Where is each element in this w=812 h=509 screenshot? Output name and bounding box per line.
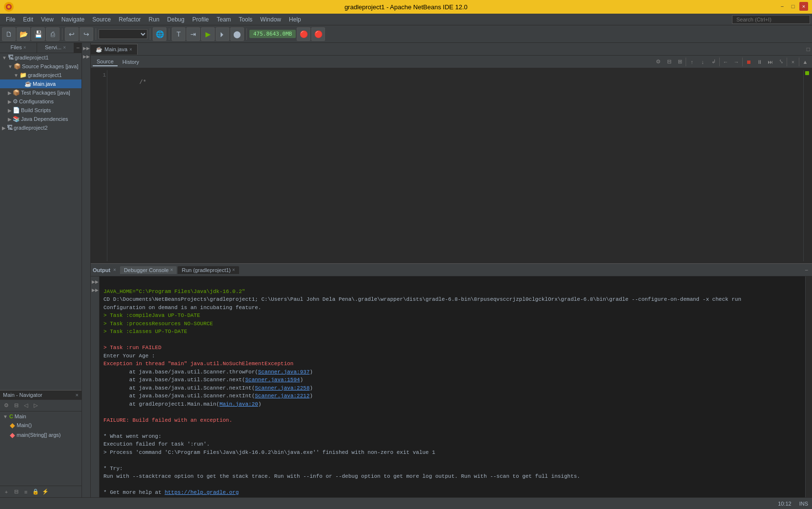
nav-item-constructor[interactable]: ◆ Main() xyxy=(1,420,81,430)
output-tab-run-close[interactable]: × xyxy=(232,267,235,273)
close-button[interactable]: × xyxy=(799,2,808,11)
editor-tab-main-java[interactable]: ☕ Main.java × xyxy=(91,44,138,55)
tree-gradleproject1[interactable]: ▼ 🏗 gradleproject1 xyxy=(0,53,81,62)
out-icon-run[interactable]: ▶▶ xyxy=(92,278,99,285)
sidebar-minimize-btn[interactable]: − xyxy=(74,43,81,53)
nav-item-main-method[interactable]: ◆ main(String[] args) xyxy=(1,430,81,440)
menu-source[interactable]: Source xyxy=(88,15,115,24)
et-icon1[interactable]: ⚙ xyxy=(653,57,663,67)
tree-gradleproject2[interactable]: ▶ 🏗 gradleproject2 xyxy=(0,123,81,132)
undo-btn[interactable]: ↩ xyxy=(65,27,79,41)
et-icon2[interactable]: ⊟ xyxy=(664,57,674,67)
tree-main-java[interactable]: ▶ ☕ Main.java xyxy=(0,79,81,88)
menu-file[interactable]: File xyxy=(2,15,19,24)
tree-build-scripts[interactable]: ▶ 📄 Build Scripts xyxy=(0,106,81,115)
menu-refactor[interactable]: Refactor xyxy=(115,15,144,24)
link-scanner1[interactable]: Scanner.java:937 xyxy=(258,369,310,375)
run-btn[interactable]: ▶ xyxy=(201,27,215,41)
nav-btn4[interactable]: ▷ xyxy=(31,401,40,410)
link-gradle-help[interactable]: https://help.gradle.org xyxy=(164,489,239,495)
et-close-icon[interactable]: × xyxy=(788,57,798,67)
tree-configurations[interactable]: ▶ ⚙ Configurations xyxy=(0,97,81,106)
strip-icon1[interactable]: ▶▶ xyxy=(83,45,90,52)
tree-java-dependencies[interactable]: ▶ 📚 Java Dependencies xyxy=(0,115,81,123)
et-icon4[interactable]: ↑ xyxy=(687,57,697,67)
config-dropdown[interactable] xyxy=(99,29,147,39)
et-maximize-icon[interactable]: ▲ xyxy=(800,57,810,67)
nav-bottom-btn4[interactable]: 🔒 xyxy=(31,488,40,496)
et-icon11[interactable]: ⤥ xyxy=(776,57,786,67)
et-icon8[interactable]: → xyxy=(731,57,741,67)
nav-item-main-class[interactable]: ▼ C Main xyxy=(1,412,81,420)
toolbar-btn2[interactable]: ⇥ xyxy=(186,27,200,41)
code-content[interactable]: /* xyxy=(107,70,803,261)
toolbar-btn1[interactable]: T xyxy=(172,27,185,41)
nav-btn2[interactable]: ⊟ xyxy=(12,401,20,410)
save-all-btn[interactable]: ⎙ xyxy=(46,27,60,41)
debug-btn[interactable]: ⬤ xyxy=(230,27,244,41)
link-scanner3[interactable]: Scanner.java:2258 xyxy=(255,385,309,391)
link-scanner4[interactable]: Scanner.java:2212 xyxy=(255,393,309,399)
nav-bottom-btn2[interactable]: ⊟ xyxy=(12,488,20,496)
et-icon6[interactable]: ↲ xyxy=(709,57,718,67)
source-btn[interactable]: Source xyxy=(93,58,118,66)
menu-run[interactable]: Run xyxy=(145,15,163,24)
profile-btn[interactable]: 🔴 xyxy=(311,27,325,41)
tab-files-close[interactable]: × xyxy=(23,45,26,50)
nav-bottom-btn1[interactable]: + xyxy=(2,488,11,496)
et-icon9[interactable]: ⏸ xyxy=(754,57,764,67)
menu-view[interactable]: View xyxy=(37,15,58,24)
menu-team[interactable]: Team xyxy=(213,15,235,24)
editor-content[interactable]: 1 /* xyxy=(91,68,812,263)
menu-help[interactable]: Help xyxy=(285,15,305,24)
menu-debug[interactable]: Debug xyxy=(163,15,188,24)
toolbar-btn3[interactable]: ⏵ xyxy=(216,27,229,41)
maximize-button[interactable]: □ xyxy=(789,2,797,11)
menu-profile[interactable]: Profile xyxy=(188,15,213,24)
save-btn[interactable]: 💾 xyxy=(31,27,45,41)
output-tab-debugger[interactable]: Debugger Console × xyxy=(120,266,177,274)
nav-btn3[interactable]: ◁ xyxy=(21,401,30,410)
menu-navigate[interactable]: Navigate xyxy=(58,15,88,24)
tree-gradleproject1-pkg[interactable]: ▼ 📁 gradleproject1 xyxy=(0,71,81,79)
tree-source-packages[interactable]: ▼ 📦 Source Packages [java] xyxy=(0,62,81,71)
redo-btn[interactable]: ↪ xyxy=(80,27,93,41)
output-text[interactable]: JAVA_HOME="C:\Program Files\Java\jdk-16.… xyxy=(100,276,805,497)
browser-btn[interactable]: 🌐 xyxy=(153,27,166,41)
status-mode: INS xyxy=(799,501,808,507)
et-icon10[interactable]: ⏭ xyxy=(765,57,775,67)
new-project-btn[interactable]: 🗋 xyxy=(2,27,16,41)
strip-icon2[interactable]: ▶▶ xyxy=(83,53,90,60)
menu-edit[interactable]: Edit xyxy=(19,15,37,24)
gc-btn[interactable]: 🔴 xyxy=(297,27,310,41)
tab-services[interactable]: Servi... × xyxy=(37,43,74,53)
out-icon-run2[interactable]: ▶▶ xyxy=(92,287,99,294)
separator5 xyxy=(246,28,247,40)
open-project-btn[interactable]: 📂 xyxy=(17,27,30,41)
et-icon7[interactable]: ← xyxy=(721,57,731,67)
menu-tools[interactable]: Tools xyxy=(235,15,256,24)
output-tab-run[interactable]: Run (gradleproject1) × xyxy=(178,266,239,274)
history-btn[interactable]: History xyxy=(119,58,143,66)
tree-test-packages[interactable]: ▶ 📦 Test Packages [java] xyxy=(0,88,81,97)
link-scanner2[interactable]: Scanner.java:1594 xyxy=(245,377,300,383)
output-minimize-btn[interactable]: − xyxy=(803,267,810,274)
nav-btn1[interactable]: ⚙ xyxy=(2,401,11,410)
nav-bottom-btn3[interactable]: ≡ xyxy=(21,488,30,496)
output-tab-debugger-close[interactable]: × xyxy=(170,267,173,273)
tab-files[interactable]: Files × xyxy=(0,43,37,53)
search-input[interactable] xyxy=(732,15,810,24)
minimize-button[interactable]: − xyxy=(778,2,787,11)
et-icon3[interactable]: ⊞ xyxy=(675,57,685,67)
output-close-btn[interactable]: × xyxy=(113,267,116,273)
link-main-java[interactable]: Main.java:20 xyxy=(220,401,258,407)
navigator-close-btn[interactable]: × xyxy=(76,392,79,398)
editor-tabs-maximize[interactable]: □ xyxy=(805,46,812,53)
nav-bottom-btn5[interactable]: ⚡ xyxy=(41,488,50,496)
menu-window[interactable]: Window xyxy=(256,15,285,24)
label-gradleproject1: gradleproject1 xyxy=(15,55,49,60)
et-icon5[interactable]: ↓ xyxy=(698,57,708,67)
et-stop-icon[interactable]: ⏹ xyxy=(744,57,753,67)
tab-services-close[interactable]: × xyxy=(63,45,66,50)
editor-tab-close[interactable]: × xyxy=(129,47,132,52)
